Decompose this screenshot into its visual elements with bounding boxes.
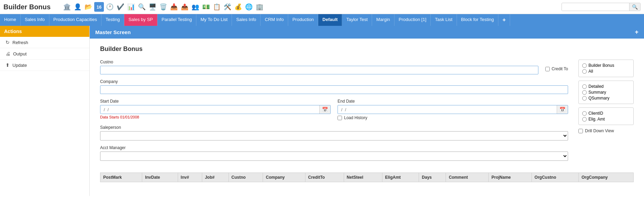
company-input[interactable] <box>100 85 568 94</box>
tab-home[interactable]: Home <box>0 14 21 26</box>
radio-all: All <box>582 69 630 74</box>
person-icon[interactable]: 👤 <box>73 2 82 12</box>
clock-icon[interactable]: 🕐 <box>105 2 115 12</box>
col-netsteel: NetSteel <box>344 173 382 182</box>
load-history-checkbox[interactable] <box>338 116 342 120</box>
start-date-group: Start Date 📅 Data Starts 01/01/2008 <box>100 99 331 120</box>
radio-all-input[interactable] <box>582 69 587 74</box>
content-area: Master Screen + Builder Bonus Custno <box>90 26 644 196</box>
sidebar-header: Actions <box>0 26 89 37</box>
col-invdate: InvDate <box>142 173 178 182</box>
tab-crm-info[interactable]: CRM Info <box>261 14 288 26</box>
date-row: Start Date 📅 Data Starts 01/01/2008 End … <box>100 99 568 125</box>
badge16-icon[interactable]: 16 <box>94 2 104 12</box>
custno-input[interactable] <box>100 66 538 74</box>
col-orgcompany: OrgCompany <box>578 173 633 182</box>
saleperson-select[interactable] <box>100 131 568 141</box>
radio-all-label: All <box>588 69 593 74</box>
start-date-input[interactable] <box>100 106 319 114</box>
tab-production[interactable]: Production <box>288 14 318 26</box>
tab-default[interactable]: Default <box>318 14 342 26</box>
tab-sales-by-sp[interactable]: Sales by SP <box>124 14 157 26</box>
tab-task-list[interactable]: Task List <box>431 14 457 26</box>
data-starts-note: Data Starts 01/01/2008 <box>100 115 331 119</box>
start-date-label: Start Date <box>100 99 331 104</box>
drill-down-checkbox[interactable] <box>578 129 583 133</box>
building-icon[interactable]: 🏢 <box>255 2 264 12</box>
radio-group-view: Detailed Summary QSummary <box>578 81 634 104</box>
top-bar: Builder Bonus 🏛️ 👤 📂 16 🕐 ✔️ 📊 🔍 🖥️ 🗑️ 📥… <box>0 0 644 14</box>
import-icon[interactable]: 📥 <box>169 2 179 12</box>
globe-icon[interactable]: 🌐 <box>244 2 254 12</box>
custno-label: Custno <box>100 60 538 64</box>
tab-sales-info[interactable]: Sales Info <box>21 14 49 26</box>
drill-down-label: Drill Down View <box>585 128 614 133</box>
tab-my-to-do-list[interactable]: My To Do List <box>196 14 232 26</box>
tab-margin[interactable]: Margin <box>372 14 394 26</box>
radio-elig-amt: Elig. Amt <box>582 117 630 122</box>
credit-to-checkbox[interactable] <box>545 67 550 71</box>
radio-clientid-input[interactable] <box>582 111 587 116</box>
tab-add[interactable]: + <box>498 14 510 26</box>
col-days: Days <box>419 173 446 182</box>
bars-icon[interactable]: 📊 <box>126 2 136 12</box>
start-date-wrap: 📅 <box>100 105 331 114</box>
sidebar-item-refresh[interactable]: ↻ Refresh <box>0 37 89 48</box>
radio-detailed-input[interactable] <box>582 84 587 89</box>
screen-icon[interactable]: 🖥️ <box>148 2 157 12</box>
end-date-label: End Date <box>338 99 568 104</box>
mail-icon[interactable]: 📂 <box>84 2 93 12</box>
tab-production1[interactable]: Production [1] <box>394 14 431 26</box>
search-bar: 🔍 <box>562 3 641 11</box>
institution-icon[interactable]: 🏛️ <box>62 2 72 12</box>
tab-testing[interactable]: Testing <box>101 14 124 26</box>
col-inv: Inv# <box>178 173 202 182</box>
sidebar-item-output[interactable]: 🖨 Output <box>0 48 89 60</box>
people-icon[interactable]: 👥 <box>191 2 200 12</box>
radio-detailed: Detailed <box>582 84 630 89</box>
content-header-title: Master Screen <box>95 29 131 35</box>
radio-qsummary: QSummary <box>582 96 630 101</box>
nav-tabs: Home Sales Info Production Capacities Te… <box>0 14 644 26</box>
tab-production-capacities[interactable]: Production Capacities <box>49 14 101 26</box>
end-date-wrap: 📅 <box>338 105 568 114</box>
radio-clientid: ClientID <box>582 111 630 116</box>
radio-builder-bonus-input[interactable] <box>582 63 587 68</box>
radio-elig-amt-label: Elig. Amt <box>588 117 605 122</box>
form-section: Custno Credit To Company <box>100 60 634 166</box>
acct-manager-group: Acct Manager <box>100 145 568 161</box>
sidebar-item-update[interactable]: ⬆ Update <box>0 60 89 71</box>
money2-icon[interactable]: 💰 <box>233 2 243 12</box>
content-header-plus[interactable]: + <box>635 29 638 36</box>
tab-sales-info2[interactable]: Sales Info <box>232 14 261 26</box>
dollar-icon[interactable]: 💵 <box>201 2 211 12</box>
check-icon[interactable]: ✔️ <box>116 2 125 12</box>
search2-icon[interactable]: 🔍 <box>137 2 147 12</box>
load-history-row: Load History <box>338 115 568 120</box>
tool-icon[interactable]: 🛠️ <box>223 2 232 12</box>
content-body: Builder Bonus Custno Credit To <box>90 39 644 196</box>
app-title: Builder Bonus <box>3 3 59 11</box>
search-input[interactable] <box>562 3 629 11</box>
trash-icon[interactable]: 🗑️ <box>158 2 168 12</box>
start-date-calendar-button[interactable]: 📅 <box>319 105 330 114</box>
end-date-input[interactable] <box>338 106 557 114</box>
radio-qsummary-input[interactable] <box>582 96 587 101</box>
tab-block-for-testing[interactable]: Block for Testing <box>457 14 498 26</box>
radio-elig-amt-input[interactable] <box>582 117 587 122</box>
tab-taylor-test[interactable]: Taylor Test <box>342 14 372 26</box>
radio-group-sort: ClientID Elig. Amt <box>578 107 634 125</box>
radio-summary-input[interactable] <box>582 90 587 95</box>
toolbar-icons: 🏛️ 👤 📂 16 🕐 ✔️ 📊 🔍 🖥️ 🗑️ 📥 📤 👥 💵 📋 🛠️ 💰 … <box>62 2 558 12</box>
radio-clientid-label: ClientID <box>588 111 603 116</box>
sidebar-item-update-label: Update <box>12 63 27 68</box>
saleperson-group: Saleperson <box>100 125 568 141</box>
clipboard-icon[interactable]: 📋 <box>212 2 222 12</box>
acct-manager-select[interactable] <box>100 152 568 161</box>
search-button[interactable]: 🔍 <box>629 3 640 11</box>
radio-builder-bonus: Builder Bonus <box>582 63 630 68</box>
end-date-calendar-button[interactable]: 📅 <box>557 105 568 114</box>
export-icon[interactable]: 📤 <box>180 2 189 12</box>
tab-parallel-testing[interactable]: Parallel Testing <box>157 14 196 26</box>
load-history-label: Load History <box>344 115 367 120</box>
